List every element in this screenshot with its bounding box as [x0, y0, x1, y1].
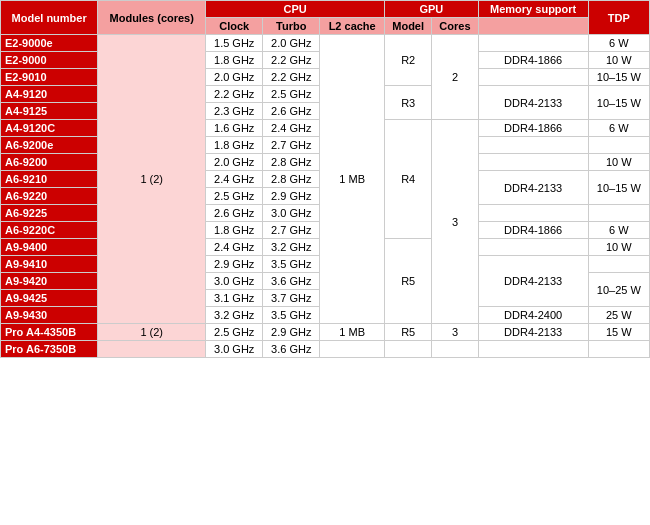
clock-cell: 1.8 GHz [206, 222, 263, 239]
model-cell: E2-9000e [1, 35, 98, 52]
memory-cell [478, 154, 588, 171]
tdp-cell: 10–15 W [588, 69, 649, 86]
tdp-cell: 10–15 W [588, 86, 649, 120]
gpu-model-cell: R5 [385, 324, 432, 341]
clock-cell: 2.3 GHz [206, 103, 263, 120]
clock-cell: 3.0 GHz [206, 273, 263, 290]
clock-cell: 1.8 GHz [206, 137, 263, 154]
memory-cell: DDR4-2133 [478, 86, 588, 120]
model-cell: A6-9220C [1, 222, 98, 239]
model-cell: A6-9225 [1, 205, 98, 222]
model-cell: A9-9430 [1, 307, 98, 324]
model-cell: A9-9420 [1, 273, 98, 290]
model-cell: A6-9220 [1, 188, 98, 205]
tdp-cell: 10 W [588, 52, 649, 69]
turbo-cell: 2.4 GHz [263, 120, 320, 137]
specs-table: Model number Modules (cores) CPU GPU Mem… [0, 0, 650, 358]
memory-cell [478, 205, 588, 222]
clock-cell: 2.4 GHz [206, 239, 263, 256]
col-memory-support [478, 18, 588, 35]
clock-cell: 1.5 GHz [206, 35, 263, 52]
turbo-cell: 3.5 GHz [263, 307, 320, 324]
clock-cell: 2.0 GHz [206, 154, 263, 171]
clock-cell: 1.8 GHz [206, 52, 263, 69]
modules-cell [98, 341, 206, 358]
tdp-cell: 6 W [588, 222, 649, 239]
turbo-cell: 2.8 GHz [263, 154, 320, 171]
clock-cell: 3.2 GHz [206, 307, 263, 324]
model-cell: A4-9120C [1, 120, 98, 137]
memory-cell [478, 35, 588, 52]
clock-cell: 2.5 GHz [206, 324, 263, 341]
turbo-cell: 2.2 GHz [263, 52, 320, 69]
col-gpu-model: Model [385, 18, 432, 35]
tdp-cell: 15 W [588, 324, 649, 341]
model-cell: E2-9000 [1, 52, 98, 69]
tdp-cell [588, 256, 649, 273]
turbo-cell: 2.9 GHz [263, 324, 320, 341]
clock-cell: 2.2 GHz [206, 86, 263, 103]
turbo-cell: 3.7 GHz [263, 290, 320, 307]
model-cell: A4-9125 [1, 103, 98, 120]
model-cell: A9-9425 [1, 290, 98, 307]
cores-cell: 2 [432, 35, 478, 120]
l2cache-cell [320, 341, 385, 358]
turbo-cell: 2.5 GHz [263, 86, 320, 103]
turbo-cell: 3.5 GHz [263, 256, 320, 273]
model-cell: A6-9200 [1, 154, 98, 171]
memory-cell [478, 239, 588, 256]
col-modules: Modules (cores) [98, 1, 206, 35]
memory-cell [478, 341, 588, 358]
l2cache-cell: 1 MB [320, 324, 385, 341]
turbo-cell: 2.8 GHz [263, 171, 320, 188]
modules-cell: 1 (2) [98, 324, 206, 341]
gpu-model-cell: R5 [385, 239, 432, 324]
tdp-cell [588, 137, 649, 154]
cores-cell [432, 341, 478, 358]
col-gpu-group: GPU [385, 1, 479, 18]
clock-cell: 3.0 GHz [206, 341, 263, 358]
gpu-model-cell: R2 [385, 35, 432, 86]
memory-cell: DDR4-2133 [478, 324, 588, 341]
model-cell: A9-9410 [1, 256, 98, 273]
turbo-cell: 3.6 GHz [263, 341, 320, 358]
tdp-cell: 10 W [588, 239, 649, 256]
memory-cell: DDR4-2133 [478, 256, 588, 307]
col-clock: Clock [206, 18, 263, 35]
clock-cell: 2.4 GHz [206, 171, 263, 188]
l2cache-cell: 1 MB [320, 35, 385, 324]
col-memory-group: Memory support [478, 1, 588, 18]
clock-cell: 3.1 GHz [206, 290, 263, 307]
modules-cell: 1 (2) [98, 35, 206, 324]
memory-cell: DDR4-1866 [478, 52, 588, 69]
tdp-cell: 10–15 W [588, 171, 649, 205]
turbo-cell: 2.0 GHz [263, 35, 320, 52]
tdp-cell [588, 205, 649, 222]
memory-cell: DDR4-2400 [478, 307, 588, 324]
col-l2cache: L2 cache [320, 18, 385, 35]
model-cell: A6-9210 [1, 171, 98, 188]
col-cores: Cores [432, 18, 478, 35]
memory-cell [478, 69, 588, 86]
turbo-cell: 3.0 GHz [263, 205, 320, 222]
memory-cell: DDR4-2133 [478, 171, 588, 205]
tdp-cell: 6 W [588, 120, 649, 137]
model-cell: Pro A4-4350B [1, 324, 98, 341]
clock-cell: 2.0 GHz [206, 69, 263, 86]
cores-cell: 3 [432, 324, 478, 341]
model-cell: A4-9120 [1, 86, 98, 103]
gpu-model-cell: R3 [385, 86, 432, 120]
clock-cell: 2.6 GHz [206, 205, 263, 222]
tdp-cell: 10 W [588, 154, 649, 171]
tdp-cell: 10–25 W [588, 273, 649, 307]
memory-cell: DDR4-1866 [478, 120, 588, 137]
turbo-cell: 2.7 GHz [263, 137, 320, 154]
col-tdp: TDP [588, 1, 649, 35]
clock-cell: 1.6 GHz [206, 120, 263, 137]
turbo-cell: 2.6 GHz [263, 103, 320, 120]
col-turbo: Turbo [263, 18, 320, 35]
clock-cell: 2.5 GHz [206, 188, 263, 205]
model-cell: A6-9200e [1, 137, 98, 154]
model-cell: Pro A6-7350B [1, 341, 98, 358]
model-cell: A9-9400 [1, 239, 98, 256]
